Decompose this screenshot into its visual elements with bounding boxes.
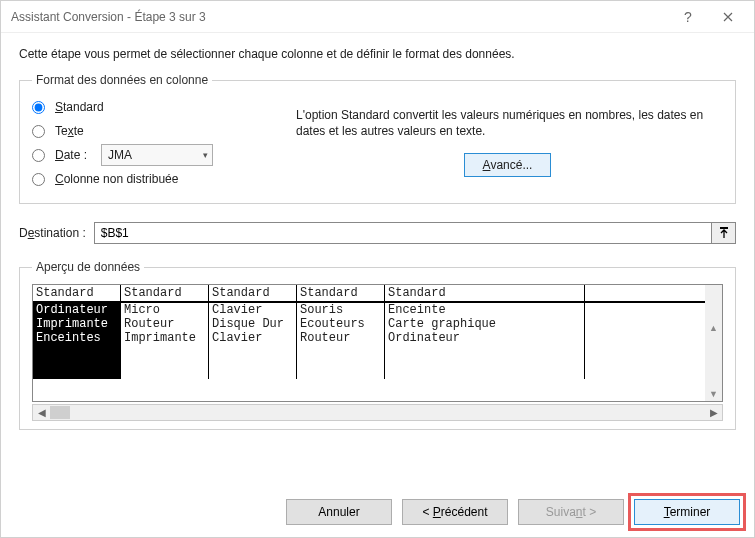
radio-date-input[interactable]: [32, 149, 45, 162]
back-button[interactable]: < Précédent: [402, 499, 508, 525]
radio-date[interactable]: Date : JMA ▾: [32, 143, 272, 167]
preview-col-header[interactable]: Standard: [33, 285, 121, 301]
preview-data-area[interactable]: Ordinateur Imprimante EnceintesMicro Rou…: [33, 303, 705, 379]
scroll-up-icon: ▲: [709, 323, 718, 333]
window-title: Assistant Conversion - Étape 3 sur 3: [11, 10, 668, 24]
destination-input[interactable]: [95, 223, 711, 243]
radio-date-label: Date :: [55, 148, 87, 162]
close-icon: [723, 12, 733, 22]
destination-label: Destination :: [19, 226, 86, 240]
destination-input-wrap: [94, 222, 736, 244]
cancel-button[interactable]: Annuler: [286, 499, 392, 525]
finish-button[interactable]: Terminer: [634, 499, 740, 525]
chevron-down-icon: ▾: [203, 150, 208, 160]
column-format-legend: Format des données en colonne: [32, 73, 212, 87]
intro-text: Cette étape vous permet de sélectionner …: [19, 47, 736, 61]
scroll-down-icon: ▼: [709, 389, 718, 399]
range-picker-icon: [718, 227, 730, 239]
radio-skip[interactable]: Colonne non distribuée: [32, 167, 272, 191]
radio-skip-input[interactable]: [32, 173, 45, 186]
date-format-value: JMA: [108, 148, 132, 162]
column-format-group: Format des données en colonne Standard T…: [19, 73, 736, 204]
destination-row: Destination :: [19, 222, 736, 244]
next-button: Suivant >: [518, 499, 624, 525]
scroll-left-icon: ◀: [33, 407, 50, 418]
format-radios: Standard Texte Date : JMA ▾: [32, 95, 272, 191]
preview-col-header[interactable]: Standard: [297, 285, 385, 301]
preview-scroll[interactable]: StandardStandardStandardStandardStandard…: [33, 285, 705, 401]
preview-group: Aperçu de données StandardStandardStanda…: [19, 260, 736, 430]
close-button[interactable]: [708, 3, 748, 31]
preview-legend: Aperçu de données: [32, 260, 144, 274]
wizard-dialog: Assistant Conversion - Étape 3 sur 3 ? C…: [0, 0, 755, 538]
radio-standard[interactable]: Standard: [32, 95, 272, 119]
scroll-thumb[interactable]: [50, 406, 70, 419]
preview-column[interactable]: Clavier Disque Dur Clavier: [209, 303, 297, 379]
advanced-button[interactable]: Avancé...: [464, 153, 552, 177]
preview-column[interactable]: Ordinateur Imprimante Enceintes: [33, 303, 121, 379]
preview-column[interactable]: Enceinte Carte graphique Ordinateur: [385, 303, 585, 379]
date-format-select[interactable]: JMA ▾: [101, 144, 213, 166]
radio-text-label: Texte: [55, 124, 84, 138]
radio-standard-label: Standard: [55, 100, 104, 114]
preview-col-header[interactable]: Standard: [121, 285, 209, 301]
vertical-scrollbar[interactable]: ▲ ▼: [705, 285, 722, 401]
preview-header-row: StandardStandardStandardStandardStandard: [33, 285, 705, 303]
radio-text-input[interactable]: [32, 125, 45, 138]
horizontal-scrollbar[interactable]: ◀ ▶: [32, 404, 723, 421]
dialog-buttons: Annuler < Précédent Suivant > Terminer: [1, 487, 754, 537]
preview-column[interactable]: Souris Ecouteurs Routeur: [297, 303, 385, 379]
scroll-right-icon: ▶: [705, 407, 722, 418]
preview-column[interactable]: Micro Routeur Imprimante: [121, 303, 209, 379]
scroll-track[interactable]: [50, 405, 705, 420]
preview-box: StandardStandardStandardStandardStandard…: [32, 284, 723, 402]
range-picker-button[interactable]: [711, 223, 735, 243]
radio-standard-input[interactable]: [32, 101, 45, 114]
radio-skip-label: Colonne non distribuée: [55, 172, 178, 186]
radio-text[interactable]: Texte: [32, 119, 272, 143]
format-description: L'option Standard convertit les valeurs …: [296, 107, 719, 139]
finish-highlight: Terminer: [628, 493, 746, 531]
preview-col-header[interactable]: Standard: [385, 285, 585, 301]
preview-col-header[interactable]: Standard: [209, 285, 297, 301]
titlebar: Assistant Conversion - Étape 3 sur 3 ?: [1, 1, 754, 33]
svg-rect-0: [720, 227, 728, 229]
help-button[interactable]: ?: [668, 3, 708, 31]
